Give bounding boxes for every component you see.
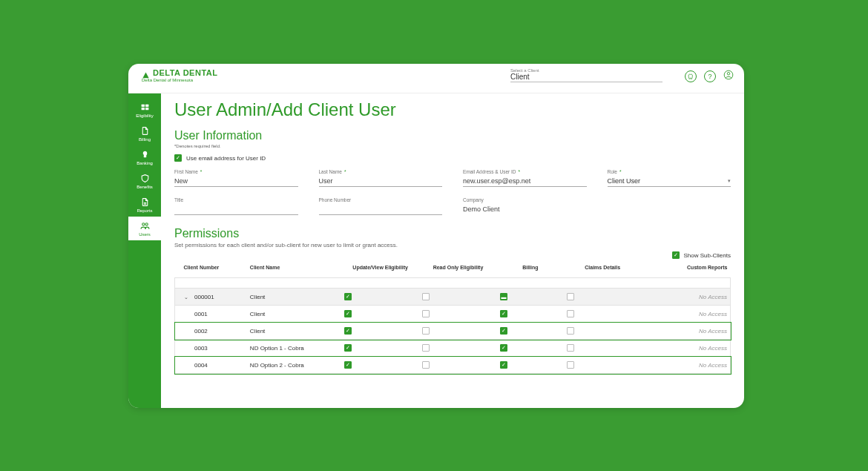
svg-rect-4 [141,108,144,110]
checkbox-checked-icon[interactable]: ✓ [344,361,352,369]
email-field: Email Address & User ID* [463,169,587,187]
svg-point-6 [142,223,144,225]
first-name-field: First Name* [174,169,298,187]
sidebar-item-label: Billing [139,137,151,142]
checkbox-empty-icon[interactable]: ✓ [422,327,430,335]
col-client-name: Client Name [247,262,341,278]
sidebar-item-benefits[interactable]: Benefits [128,169,161,193]
client-name-cell: Client [247,306,341,323]
col-claims: Claims Details [564,262,642,278]
permissions-description: Set permissions for each client and/or s… [174,242,731,248]
first-name-input[interactable] [174,176,298,187]
checkbox-empty-icon[interactable]: ✓ [567,293,574,300]
col-custom-reports: Custom Reports [642,262,731,278]
role-field: Role* Client User ▾ [608,169,731,187]
sidebar-item-banking[interactable]: Banking [128,145,161,169]
permissions-row[interactable]: 0002Client✓✓✓✓No Access [175,323,731,340]
phone-input[interactable] [319,204,443,215]
sidebar-item-label: Users [139,232,151,237]
checkbox-checked-icon[interactable]: ✓ [344,327,352,335]
custom-reports-link[interactable]: No Access [699,328,727,335]
sidebar-item-label: Benefits [137,185,153,189]
checkbox-empty-icon[interactable]: ✓ [567,344,574,352]
profile-icon[interactable] [723,70,734,83]
main-content: User Admin/Add Client User User Informat… [161,93,744,408]
client-name-cell: Client [247,323,341,340]
checkbox-empty-icon[interactable]: ✓ [422,310,430,317]
checkbox-icon: ✓ [672,251,680,259]
col-client-number: Client Number [175,262,247,278]
checkbox-empty-icon[interactable]: ✓ [422,361,430,369]
col-billing: Billing [497,262,564,278]
checkbox-checked-icon[interactable]: ✓ [500,310,507,317]
use-email-label: Use email address for User ID [186,155,266,162]
checkbox-checked-icon[interactable]: ✓ [344,293,352,300]
client-select-value: Client [510,73,662,82]
show-sub-clients-toggle[interactable]: ✓ Show Sub-Clients [174,251,731,259]
sidebar-item-label: Eligibility [136,113,153,118]
col-update-view: Update/View Eligibility [341,262,419,278]
permissions-row[interactable]: 0001Client✓✓✓✓No Access [175,306,731,323]
brand-name: DELTA DENTAL [153,68,217,77]
custom-reports-link[interactable]: No Access [699,294,727,300]
title-input[interactable] [174,204,298,215]
client-select[interactable]: Select a Client Client [510,68,662,82]
checkbox-indeterminate-icon[interactable]: ▬ [500,293,507,300]
checkbox-empty-icon[interactable]: ✓ [567,361,574,369]
custom-reports-link[interactable]: No Access [699,362,727,369]
client-name-cell: ND Option 2 - Cobra [247,357,341,374]
custom-reports-link[interactable]: No Access [699,345,727,352]
col-read-only: Read Only Eligibility [419,262,497,278]
permissions-row[interactable]: 0003ND Option 1 - Cobra✓✓✓✓No Access [175,340,731,357]
last-name-input[interactable] [319,176,443,187]
user-info-form: First Name* Last Name* Email Address & U… [174,169,731,215]
client-name-cell: Client [247,289,341,306]
svg-rect-5 [145,108,148,110]
checkbox-empty-icon[interactable]: ✓ [422,344,430,352]
permissions-title: Permissions [174,227,731,240]
checkbox-icon: ✓ [174,154,182,162]
sidebar-item-eligibility[interactable]: Eligibility [128,98,161,122]
topbar: DELTA DENTAL Delta Dental of Minnesota S… [128,64,744,93]
checkbox-checked-icon[interactable]: ✓ [500,327,507,335]
custom-reports-link[interactable]: No Access [699,311,727,317]
role-select[interactable]: Client User ▾ [608,176,731,187]
permissions-row[interactable]: 0004ND Option 2 - Cobra✓✓✓✓No Access [175,357,731,374]
svg-point-7 [145,223,148,225]
sidebar-item-users[interactable]: Users [128,217,161,240]
top-icons: ? [685,70,734,83]
svg-rect-3 [145,105,148,107]
permissions-table: Client Number Client Name Update/View El… [174,262,731,374]
checkbox-checked-icon[interactable]: ✓ [344,310,352,317]
email-input[interactable] [463,176,587,187]
brand-block: DELTA DENTAL Delta Dental of Minnesota [142,68,217,82]
sidebar-item-reports[interactable]: Reports [128,193,161,217]
delta-logo-icon [142,69,150,77]
checkbox-empty-icon[interactable]: ✓ [567,310,574,317]
required-note: *Denotes required field. [174,144,731,148]
svg-point-1 [727,73,730,76]
checkbox-checked-icon[interactable]: ✓ [500,361,507,369]
expand-caret-icon[interactable]: ⌄ [184,294,190,300]
checkbox-empty-icon[interactable]: ✓ [422,293,430,300]
title-field: Title [174,197,298,215]
chevron-down-icon: ▾ [728,178,731,184]
tooth-icon[interactable] [685,70,697,82]
company-value: Demo Client [463,204,587,213]
help-icon[interactable]: ? [704,70,716,82]
checkbox-checked-icon[interactable]: ✓ [344,344,352,352]
use-email-checkbox-row[interactable]: ✓ Use email address for User ID [174,154,731,162]
sidebar-item-billing[interactable]: Billing [128,122,161,145]
sidebar: Eligibility Billing Banking Benefits Rep… [128,93,161,408]
company-field: Company Demo Client [463,197,587,215]
user-info-title: User Information [174,129,731,142]
page-title: User Admin/Add Client User [174,99,731,120]
brand-subtitle: Delta Dental of Minnesota [142,78,217,82]
app-window: DELTA DENTAL Delta Dental of Minnesota S… [128,64,744,408]
client-name-cell: ND Option 1 - Cobra [247,340,341,357]
permissions-header-row: Client Number Client Name Update/View El… [175,262,731,278]
permissions-row[interactable]: ⌄000001Client✓✓▬✓No Access [175,289,731,306]
checkbox-empty-icon[interactable]: ✓ [567,327,574,335]
checkbox-checked-icon[interactable]: ✓ [500,344,507,352]
sidebar-item-label: Reports [137,208,152,213]
